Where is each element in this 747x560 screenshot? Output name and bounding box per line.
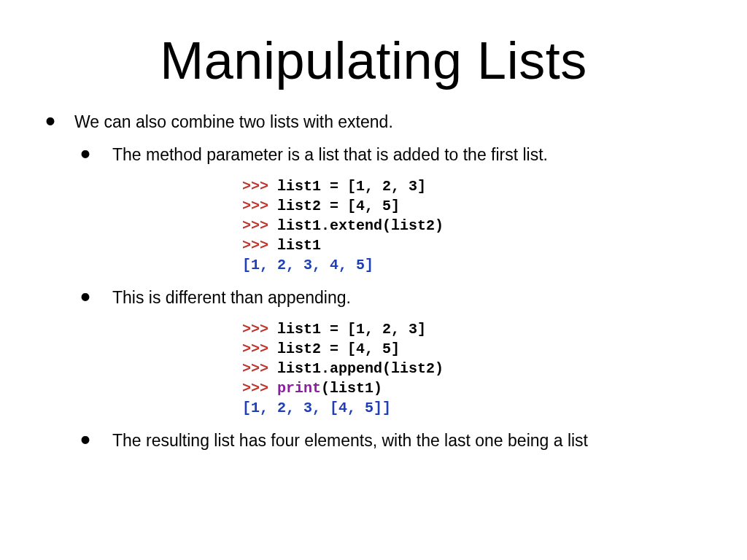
code-line: list1 = [1, 2, 3] <box>277 178 426 195</box>
repl-prompt: >>> <box>242 321 268 338</box>
repl-prompt: >>> <box>242 178 268 195</box>
code-line: list2 = [4, 5] <box>277 198 400 214</box>
bullet-sub-1-text: The method parameter is a list that is a… <box>112 145 548 164</box>
repl-prompt: >>> <box>242 360 268 377</box>
code-output: [1, 2, 3, 4, 5] <box>242 257 374 273</box>
bullet-sub-2: This is different than appending. <box>74 287 703 309</box>
code-line: list1.append(list2) <box>277 360 444 377</box>
code-line: (list1) <box>321 380 382 397</box>
slide-title: Manipulating Lists <box>0 0 747 90</box>
bullet-sub-3: The resulting list has four elements, wi… <box>74 429 703 452</box>
repl-prompt: >>> <box>242 380 268 397</box>
code-line: list2 = [4, 5] <box>277 341 400 357</box>
code-output: [1, 2, 3, [4, 5]] <box>242 400 391 416</box>
slide-body: We can also combine two lists with exten… <box>0 90 747 452</box>
bullet-sub-3-text: The resulting list has four elements, wi… <box>112 431 588 450</box>
repl-prompt: >>> <box>242 237 268 254</box>
code-line: list1 = [1, 2, 3] <box>277 321 426 338</box>
repl-prompt: >>> <box>242 217 268 234</box>
repl-prompt: >>> <box>242 198 268 214</box>
code-block-append: >>> list1 = [1, 2, 3] >>> list2 = [4, 5]… <box>242 319 703 418</box>
slide: Manipulating Lists We can also combine t… <box>0 0 747 560</box>
bullet-main: We can also combine two lists with exten… <box>44 111 703 452</box>
bullet-sub-1: The method parameter is a list that is a… <box>74 144 703 166</box>
code-line: list1.extend(list2) <box>277 217 444 234</box>
repl-prompt: >>> <box>242 341 268 357</box>
code-block-extend: >>> list1 = [1, 2, 3] >>> list2 = [4, 5]… <box>242 176 703 275</box>
code-line: list1 <box>277 237 321 254</box>
code-keyword: print <box>277 380 321 397</box>
bullet-sub-2-text: This is different than appending. <box>112 288 351 307</box>
bullet-main-text: We can also combine two lists with exten… <box>74 112 393 131</box>
